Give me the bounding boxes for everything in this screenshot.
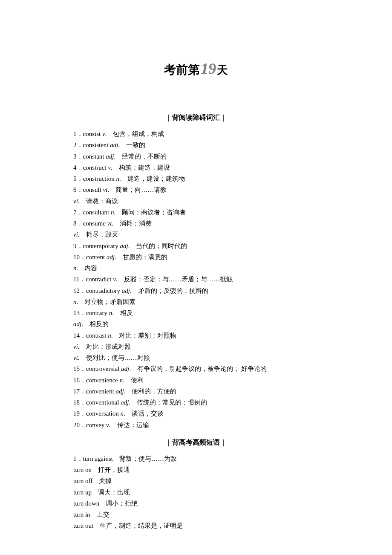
vocab-entry: 5．construction n. 建造，建设；建筑物	[73, 173, 319, 184]
vocab-entry: n. 对立物；矛盾因素	[73, 296, 319, 307]
phrase-entry: turn on 打开，接通	[73, 464, 319, 475]
vocab-entry: 2．consistent adj. 一致的	[73, 139, 319, 150]
vocab-entry: 13．contrary n. 相反	[73, 307, 319, 318]
vocab-entry: 8．consume vt. 消耗；消费	[73, 218, 319, 229]
vocab-entry: 20．convey v. 传达；运输	[73, 419, 319, 431]
vocab-entry: vi. 耗尽，毁灭	[73, 229, 319, 240]
phrase-entry: turn out 生产，制造；结果是，证明是	[73, 520, 319, 531]
phrase-entry: turn up 调大；出现	[73, 487, 319, 498]
vocab-entry: 18．conventional adj. 传统的；常见的；惯例的	[73, 397, 319, 408]
phrase-entry: turn off 关掉	[73, 475, 319, 486]
phrase-entry: 1．turn against 背叛；使与……为敌	[73, 453, 319, 464]
vocab-entry: vt. 使对比；使与……对照	[73, 352, 319, 363]
vocab-entry: 15．controversial adj. 有争议的，引起争议的，被争论的； 好…	[73, 363, 319, 374]
section-1-entries: 1．consist v. 包含，组成，构成2．consistent adj. 一…	[73, 128, 319, 431]
vocab-entry: 7．consultant n. 顾问；商议者；咨询者	[73, 207, 319, 218]
vocab-entry: 10．content adj. 甘愿的；满意的	[73, 251, 319, 263]
page-header: 考前第19天	[73, 60, 319, 79]
vocab-entry: 4．construct v. 构筑；建造，建设	[73, 162, 319, 173]
vocab-entry: vi. 对比；形成对照	[73, 341, 319, 352]
vocab-entry: 14．contrast n. 对比；差别；对照物	[73, 330, 319, 341]
vocab-entry: 12．contradictory adj. 矛盾的；反驳的；抗辩的	[73, 285, 319, 296]
phrase-entry: turn in 上交	[73, 509, 319, 520]
vocab-entry: adj. 相反的	[73, 318, 319, 330]
vocab-entry: 16．convenience n. 便利	[73, 375, 319, 386]
section-2-entries: 1．turn against 背叛；使与……为敌turn on 打开，接通tur…	[73, 453, 319, 532]
section-2-title: ｜背高考高频短语｜	[73, 438, 319, 447]
header-prefix: 考前第	[164, 63, 200, 76]
vocab-entry: 11．contradict v. 反驳；否定；与……矛盾；与……抵触	[73, 274, 319, 285]
vocab-entry: 17．convenient adj. 便利的，方便的	[73, 386, 319, 397]
section-1-title: ｜背阅读障碍词汇｜	[73, 113, 319, 122]
header-suffix: 天	[217, 64, 228, 76]
header-number: 19	[201, 60, 216, 78]
vocab-entry: vi. 请教；商议	[73, 196, 319, 207]
vocab-entry: 1．consist v. 包含，组成，构成	[73, 128, 319, 139]
vocab-entry: n. 内容	[73, 263, 319, 274]
phrase-entry: turn down 调小；拒绝	[73, 498, 319, 509]
vocab-entry: 6．consult vt. 商量；向……请教	[73, 184, 319, 195]
vocab-entry: 19．conversation n. 谈话，交谈	[73, 408, 319, 419]
vocab-entry: 9．contemporary adj. 当代的；同时代的	[73, 240, 319, 251]
vocab-entry: 3．constant adj. 经常的，不断的	[73, 151, 319, 162]
